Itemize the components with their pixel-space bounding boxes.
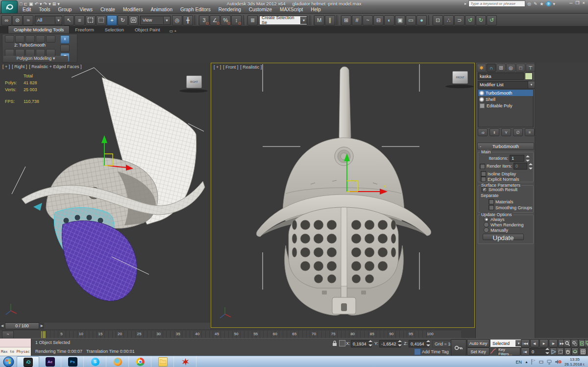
taskbar-red-app[interactable] (174, 356, 196, 367)
viewport-shading-label[interactable]: [ Realistic + Edged Faces ] (29, 64, 81, 69)
menu-create[interactable]: Create (97, 6, 119, 13)
viewport-shading-label[interactable]: [ Realistic ] (240, 65, 262, 70)
undo-icon[interactable]: ↶ (35, 1, 39, 6)
preview-subobj-button[interactable] (15, 49, 24, 56)
search-expand-icon[interactable]: ▸ (465, 1, 466, 6)
key-filters-button[interactable]: Key Filters... (498, 347, 520, 356)
stack-item-shell[interactable]: Shell (478, 96, 533, 102)
search-input[interactable] (468, 0, 525, 7)
tab-motion[interactable]: ◎ (506, 64, 515, 72)
menu-group[interactable]: Group (54, 6, 76, 13)
previous-frame-arrow[interactable]: ◀ (0, 323, 4, 329)
menu-modifiers[interactable]: Modifiers (119, 6, 147, 13)
always-radio[interactable] (484, 217, 489, 222)
select-and-rotate-button[interactable]: ↻ (118, 15, 128, 25)
tab-create[interactable]: ✱ (477, 64, 486, 72)
add-time-tag[interactable]: Add Time Tag (422, 349, 449, 354)
ribbon-tab-selection[interactable]: Selection (99, 26, 129, 33)
edge-mode-button[interactable] (15, 35, 24, 43)
zoom-extents-all-icon[interactable] (584, 339, 588, 347)
maxscript-mini-listener[interactable]: Max to Physac (0, 339, 31, 356)
start-button[interactable] (3, 356, 14, 367)
rectangular-selection-region-button[interactable] (85, 15, 96, 25)
zoom-icon[interactable] (564, 339, 571, 347)
tab-display[interactable]: □ (516, 64, 525, 72)
tab-modify[interactable]: ∩ (487, 64, 496, 72)
save-file-icon[interactable]: ▣ (29, 1, 33, 6)
graphite-ribbon-toggle-button[interactable]: # (352, 15, 362, 25)
percent-snap-toggle-button[interactable]: % (220, 15, 231, 25)
iterations-field[interactable]: 1 (510, 155, 524, 162)
polygon-modeling-footer[interactable]: Polygon Modeling ▾ (3, 56, 68, 62)
listener-field[interactable]: Max to Physac (0, 347, 31, 356)
pan-hand-icon[interactable] (564, 347, 571, 356)
curve-editor-button[interactable]: ~ (363, 15, 373, 25)
taskbar-firefox[interactable] (107, 356, 129, 367)
key-mode-toggle[interactable]: |◀| (521, 347, 530, 356)
spinner-snap-toggle-button[interactable]: ↕ (231, 15, 242, 25)
next-frame-button[interactable]: |▶ (549, 339, 558, 347)
open-mini-curve-editor-button[interactable]: ~ (2, 331, 14, 339)
maximize-viewport-toggle-icon[interactable] (579, 347, 587, 356)
border-mode-button[interactable] (25, 35, 35, 43)
make-unique-button[interactable]: Y (501, 128, 511, 136)
bind-to-space-warp-button[interactable]: ≈ (23, 15, 33, 25)
select-and-move-button[interactable]: + (107, 15, 117, 25)
manually-radio[interactable] (484, 227, 489, 233)
redo-icon[interactable]: ↷ (44, 1, 48, 6)
tab-utilities[interactable]: ⊤ (526, 64, 535, 72)
inherit-container-button[interactable]: ∴ (443, 15, 454, 25)
polygon-mode-button[interactable] (36, 35, 45, 43)
selection-filter-dropdown[interactable]: All▼ (35, 16, 62, 25)
set-key-button[interactable]: Set Key (467, 347, 490, 356)
unlink-selection-button[interactable]: ⊘ (12, 15, 23, 25)
viewcube[interactable]: RIGHT (186, 75, 202, 88)
zoom-all-icon[interactable] (571, 339, 578, 347)
help-dropdown-icon[interactable]: ▾ (553, 1, 556, 6)
viewport-view-label[interactable]: [ Front ] (223, 65, 238, 70)
restore-button-icon[interactable]: ❐ (575, 0, 579, 6)
turbosmooth-rollout-header[interactable]: - TurboSmooth (477, 143, 534, 150)
viewcube[interactable]: FRONT (452, 71, 468, 84)
taskbar-after-effects[interactable]: Ae (39, 356, 61, 367)
viewport-front-active[interactable]: [ + ][ Front ][ Realistic ] FRONT (211, 63, 475, 328)
window-crossing-toggle-button[interactable] (96, 15, 106, 25)
x-spinner[interactable] (368, 340, 373, 346)
set-project-folder-icon[interactable]: ⊞ (52, 1, 56, 6)
render-setup-button[interactable]: ▣ (395, 15, 405, 25)
redo-dropdown-icon[interactable]: ▾ (49, 1, 51, 6)
menu-rendering[interactable]: Rendering (215, 6, 245, 13)
smoothing-groups-checkbox[interactable] (489, 205, 494, 210)
render-production-button[interactable]: ● (416, 15, 427, 25)
help-icon[interactable]: ? (546, 1, 551, 6)
menu-tools[interactable]: Tools (35, 6, 54, 13)
viewport-view-label[interactable]: [ Right ] (12, 64, 27, 69)
viewport-menu-plus[interactable]: [ + ] (2, 64, 10, 69)
qat-dropdown-icon[interactable]: ▾ (57, 1, 60, 6)
element-mode-button[interactable] (46, 35, 55, 43)
previous-frame-button[interactable]: ◀| (530, 339, 539, 347)
object-color-swatch[interactable] (525, 73, 533, 80)
set-keys-button[interactable] (451, 339, 466, 356)
undo-dropdown-icon[interactable]: ▾ (40, 1, 42, 6)
field-of-view-icon[interactable] (550, 347, 557, 356)
edit-poly-mode-button[interactable] (36, 49, 45, 56)
select-and-link-button[interactable]: ∞ (1, 15, 12, 25)
ribbon-tab-options-icon[interactable]: ▭ + (170, 29, 176, 33)
taskbar-explorer[interactable] (152, 356, 174, 367)
schematic-view-button[interactable]: ⊟ (373, 15, 384, 25)
favorites-icon[interactable]: ★ (539, 1, 543, 6)
use-pivot-point-center-button[interactable]: ◎ (172, 15, 182, 25)
select-by-name-button[interactable]: ≡ (74, 15, 85, 25)
menu-maxscript[interactable]: MAXScript (276, 6, 307, 13)
stack-item-turbosmooth[interactable]: TurboSmooth (478, 90, 533, 96)
new-scene-icon[interactable]: □ (20, 1, 22, 6)
open-file-icon[interactable]: ⊏ (24, 1, 27, 6)
container-open-button[interactable]: ↺ (465, 15, 475, 25)
language-indicator[interactable]: EN (516, 360, 522, 365)
layer-manager-button[interactable]: ⊞ (341, 15, 351, 25)
explicit-normals-checkbox[interactable] (481, 176, 486, 182)
usb-tray-icon[interactable] (539, 360, 544, 365)
show-end-result-button[interactable]: ‖ (490, 128, 499, 136)
default-tangents-icon[interactable] (490, 347, 497, 355)
